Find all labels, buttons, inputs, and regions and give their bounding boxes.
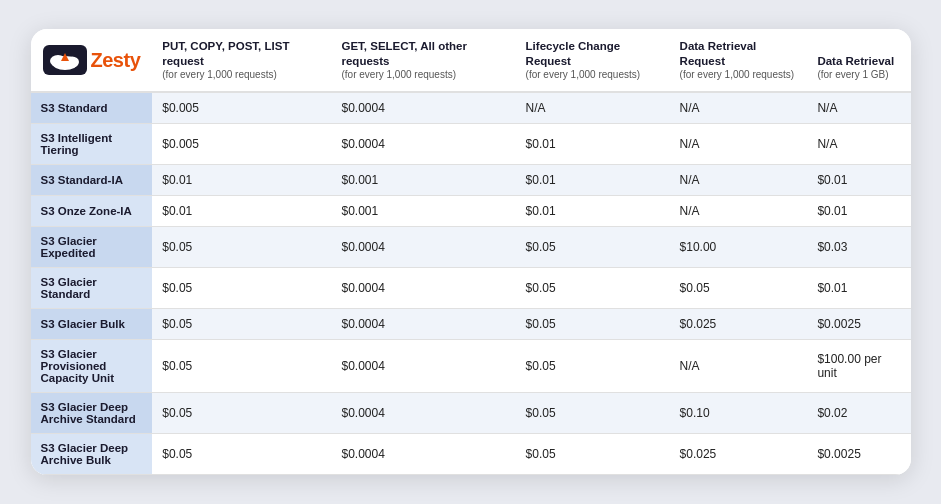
col-data-retrieval-req-sub: (for every 1,000 requests) <box>680 68 798 81</box>
col-get-select-main: GET, SELECT, All other requests <box>342 39 506 69</box>
cell-data_retrieval: $100.00 per unit <box>807 340 910 393</box>
cell-get_select: $0.0004 <box>332 124 516 165</box>
table-row: S3 Glacier Provisioned Capacity Unit$0.0… <box>31 340 911 393</box>
cell-lifecycle: $0.01 <box>516 196 670 227</box>
row-label: S3 Onze Zone-IA <box>31 196 153 227</box>
cell-put_copy: $0.005 <box>152 92 331 124</box>
col-data-retrieval-sub: (for every 1 GB) <box>817 68 900 81</box>
cell-data_retrieval_req: $0.025 <box>670 309 808 340</box>
cell-lifecycle: N/A <box>516 92 670 124</box>
col-data-retrieval-req-main: Data Retrieval Request <box>680 39 798 69</box>
cell-get_select: $0.0004 <box>332 309 516 340</box>
pricing-table: Zesty PUT, COPY, POST, LIST request (for… <box>31 29 911 476</box>
table-row: S3 Glacier Deep Archive Standard$0.05$0.… <box>31 393 911 434</box>
cell-put_copy: $0.005 <box>152 124 331 165</box>
col-data-retrieval: Data Retrieval (for every 1 GB) <box>807 29 910 93</box>
cell-data_retrieval: $0.01 <box>807 196 910 227</box>
cell-put_copy: $0.01 <box>152 196 331 227</box>
cell-data_retrieval_req: $10.00 <box>670 227 808 268</box>
logo: Zesty <box>43 45 141 75</box>
col-lifecycle-sub: (for every 1,000 requests) <box>526 68 660 81</box>
logo-cell: Zesty <box>31 29 153 93</box>
cell-data_retrieval_req: N/A <box>670 340 808 393</box>
cell-lifecycle: $0.05 <box>516 227 670 268</box>
col-get-select-sub: (for every 1,000 requests) <box>342 68 506 81</box>
table-row: S3 Glacier Expedited$0.05$0.0004$0.05$10… <box>31 227 911 268</box>
row-label: S3 Glacier Expedited <box>31 227 153 268</box>
row-label: S3 Glacier Bulk <box>31 309 153 340</box>
table-body: S3 Standard$0.005$0.0004N/AN/AN/AS3 Inte… <box>31 92 911 475</box>
cell-data_retrieval: N/A <box>807 92 910 124</box>
cell-data_retrieval: $0.01 <box>807 268 910 309</box>
table-header-row: Zesty PUT, COPY, POST, LIST request (for… <box>31 29 911 93</box>
cell-data_retrieval_req: N/A <box>670 196 808 227</box>
cell-data_retrieval: $0.03 <box>807 227 910 268</box>
table-row: S3 Standard$0.005$0.0004N/AN/AN/A <box>31 92 911 124</box>
cell-put_copy: $0.05 <box>152 434 331 475</box>
cell-put_copy: $0.05 <box>152 268 331 309</box>
col-lifecycle-main: Lifecycle Change Request <box>526 39 660 69</box>
cell-data_retrieval: $0.0025 <box>807 434 910 475</box>
cell-put_copy: $0.05 <box>152 393 331 434</box>
cell-get_select: $0.0004 <box>332 268 516 309</box>
cell-lifecycle: $0.05 <box>516 309 670 340</box>
row-label: S3 Glacier Provisioned Capacity Unit <box>31 340 153 393</box>
row-label: S3 Glacier Deep Archive Standard <box>31 393 153 434</box>
col-data-retrieval-main: Data Retrieval <box>817 54 900 69</box>
cell-put_copy: $0.05 <box>152 309 331 340</box>
cell-data_retrieval_req: N/A <box>670 165 808 196</box>
cell-get_select: $0.0004 <box>332 227 516 268</box>
cell-lifecycle: $0.05 <box>516 268 670 309</box>
table-row: S3 Intelligent Tiering$0.005$0.0004$0.01… <box>31 124 911 165</box>
row-label: S3 Intelligent Tiering <box>31 124 153 165</box>
table-row: S3 Glacier Bulk$0.05$0.0004$0.05$0.025$0… <box>31 309 911 340</box>
table-row: S3 Standard-IA$0.01$0.001$0.01N/A$0.01 <box>31 165 911 196</box>
cell-put_copy: $0.05 <box>152 340 331 393</box>
cell-lifecycle: $0.05 <box>516 434 670 475</box>
cell-get_select: $0.0004 <box>332 92 516 124</box>
table-row: S3 Glacier Deep Archive Bulk$0.05$0.0004… <box>31 434 911 475</box>
cell-get_select: $0.001 <box>332 196 516 227</box>
cell-get_select: $0.0004 <box>332 434 516 475</box>
cell-lifecycle: $0.05 <box>516 393 670 434</box>
col-lifecycle: Lifecycle Change Request (for every 1,00… <box>516 29 670 93</box>
cell-data_retrieval: $0.02 <box>807 393 910 434</box>
row-label: S3 Standard <box>31 92 153 124</box>
cell-data_retrieval_req: N/A <box>670 124 808 165</box>
cell-data_retrieval_req: $0.10 <box>670 393 808 434</box>
cell-lifecycle: $0.05 <box>516 340 670 393</box>
logo-z: Z <box>91 49 103 71</box>
col-put-copy: PUT, COPY, POST, LIST request (for every… <box>152 29 331 93</box>
cell-put_copy: $0.05 <box>152 227 331 268</box>
table-row: S3 Onze Zone-IA$0.01$0.001$0.01N/A$0.01 <box>31 196 911 227</box>
cell-data_retrieval: $0.0025 <box>807 309 910 340</box>
pricing-card: Zesty PUT, COPY, POST, LIST request (for… <box>31 29 911 476</box>
cell-get_select: $0.001 <box>332 165 516 196</box>
logo-brand: esty <box>102 49 140 71</box>
cell-data_retrieval_req: N/A <box>670 92 808 124</box>
cell-data_retrieval_req: $0.025 <box>670 434 808 475</box>
row-label: S3 Standard-IA <box>31 165 153 196</box>
cell-lifecycle: $0.01 <box>516 165 670 196</box>
row-label: S3 Glacier Standard <box>31 268 153 309</box>
logo-icon <box>43 45 87 75</box>
col-data-retrieval-req: Data Retrieval Request (for every 1,000 … <box>670 29 808 93</box>
col-get-select: GET, SELECT, All other requests (for eve… <box>332 29 516 93</box>
cell-put_copy: $0.01 <box>152 165 331 196</box>
col-put-copy-main: PUT, COPY, POST, LIST request <box>162 39 321 69</box>
cell-lifecycle: $0.01 <box>516 124 670 165</box>
cell-get_select: $0.0004 <box>332 393 516 434</box>
cell-get_select: $0.0004 <box>332 340 516 393</box>
col-put-copy-sub: (for every 1,000 requests) <box>162 68 321 81</box>
cell-data_retrieval: $0.01 <box>807 165 910 196</box>
cell-data_retrieval_req: $0.05 <box>670 268 808 309</box>
cell-data_retrieval: N/A <box>807 124 910 165</box>
row-label: S3 Glacier Deep Archive Bulk <box>31 434 153 475</box>
logo-text: Zesty <box>91 47 141 73</box>
table-row: S3 Glacier Standard$0.05$0.0004$0.05$0.0… <box>31 268 911 309</box>
